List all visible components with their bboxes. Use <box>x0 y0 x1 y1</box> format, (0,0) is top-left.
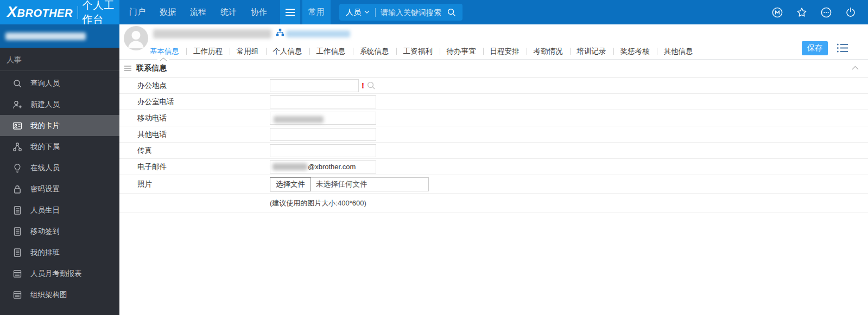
nav-item-data[interactable]: 数据 <box>160 7 176 17</box>
sidebar-item-label: 人员月考勤报表 <box>30 269 82 279</box>
photo-hint-text: (建议使用的图片大小:400*600) <box>270 198 366 208</box>
fax-input[interactable] <box>270 144 376 157</box>
m-badge-icon[interactable] <box>771 7 783 18</box>
search-icon <box>12 78 22 88</box>
form-row-mobile-phone: 移动电话 <box>119 110 868 126</box>
app-root: XBROTHER 个人工作台 门户 数据 流程 统计 协作 常用 人员 <box>0 0 868 315</box>
contact-info-section-header: 联系信息 <box>119 60 868 78</box>
tab-training[interactable]: 培训记录 <box>570 47 613 56</box>
power-logout-icon[interactable] <box>845 7 857 18</box>
tab-attendance[interactable]: 考勤情况 <box>527 47 570 56</box>
sidebar-item-monthly-attendance-report[interactable]: 人员月考勤报表 <box>0 263 119 284</box>
more-options-icon[interactable] <box>820 7 832 18</box>
tab-work-history[interactable]: 工作历程 <box>186 47 230 56</box>
tab-personal-info[interactable]: 个人信息 <box>266 47 309 56</box>
email-domain-text: @xbrother.com <box>308 163 356 171</box>
tab-salary-benefits[interactable]: 工资福利 <box>396 47 440 56</box>
chevron-down-icon <box>364 10 370 14</box>
sidebar-menu: 查询人员 新建人员 我的卡片 我的下属 在线人员 密码设置 <box>0 73 119 305</box>
section-list-icon <box>124 65 131 72</box>
tab-common-groups[interactable]: 常用组 <box>230 47 266 56</box>
redacted-phone-number <box>274 116 324 123</box>
sidebar: 人事 查询人员 新建人员 我的卡片 我的下属 在线人员 <box>0 24 119 315</box>
sidebar-item-label: 查询人员 <box>30 79 60 88</box>
save-button[interactable]: 保存 <box>802 41 828 55</box>
document-icon <box>12 247 22 258</box>
lightbulb-icon <box>12 163 22 173</box>
logo-text: XBROTHER <box>7 4 73 21</box>
sidebar-item-my-card[interactable]: 我的卡片 <box>0 115 119 136</box>
email-field[interactable]: @xbrother.com <box>270 160 376 173</box>
favorites-star-icon[interactable] <box>796 7 808 18</box>
tab-work-info[interactable]: 工作信息 <box>309 47 353 56</box>
search-category-select[interactable]: 人员 <box>346 8 370 17</box>
sidebar-item-label: 人员生日 <box>30 205 60 215</box>
sidebar-item-label: 我的卡片 <box>30 121 60 131</box>
field-label: 传真 <box>119 146 270 156</box>
nav-item-collab[interactable]: 协作 <box>251 7 267 17</box>
other-phone-input[interactable] <box>270 128 376 141</box>
topbar-search: 人员 <box>339 4 462 21</box>
tab-system-info[interactable]: 系统信息 <box>353 47 396 56</box>
sidebar-item-label: 组织架构图 <box>30 290 67 300</box>
sidebar-item-password-settings[interactable]: 密码设置 <box>0 178 119 200</box>
field-label: 办公室电话 <box>119 97 270 107</box>
sidebar-item-org-chart[interactable]: 组织架构图 <box>0 284 119 305</box>
nav-item-process[interactable]: 流程 <box>190 7 206 17</box>
tab-other-info[interactable]: 其他信息 <box>657 47 700 56</box>
photo-file-input[interactable]: 选择文件 未选择任何文件 <box>270 177 429 191</box>
field-label: 照片 <box>119 179 270 189</box>
field-label: 其他电话 <box>119 130 270 139</box>
hamburger-icon <box>285 8 295 17</box>
sidebar-item-search-person[interactable]: 查询人员 <box>0 73 119 94</box>
form-row-other-phone: 其他电话 <box>119 126 868 143</box>
sidebar-item-label: 在线人员 <box>30 163 60 173</box>
field-label: 电子邮件 <box>119 162 270 172</box>
search-divider <box>375 8 376 17</box>
office-phone-input[interactable] <box>270 95 376 108</box>
nav-item-stats[interactable]: 统计 <box>220 7 237 17</box>
document-icon <box>12 226 22 236</box>
tab-basic-info[interactable]: 基本信息 <box>150 47 186 56</box>
tab-todo-items[interactable]: 待办事宜 <box>440 47 483 56</box>
form-row-fax: 传真 <box>119 143 868 159</box>
sidebar-item-my-subordinates[interactable]: 我的下属 <box>0 136 119 157</box>
sidebar-item-my-schedule[interactable]: 我的排班 <box>0 242 119 263</box>
field-label: 办公地点 <box>119 81 270 91</box>
office-location-input[interactable] <box>270 79 359 92</box>
lookup-search-icon[interactable] <box>366 81 376 90</box>
sidebar-item-online-persons[interactable]: 在线人员 <box>0 157 119 178</box>
sidebar-item-label: 密码设置 <box>30 184 60 194</box>
photo-hint-row: (建议使用的图片大小:400*600) <box>119 194 868 213</box>
quick-access-button[interactable]: 常用 <box>302 0 331 24</box>
apps-menu-button[interactable] <box>280 0 300 24</box>
redacted-sidebar-title <box>5 33 86 40</box>
topbar-actions <box>771 0 868 24</box>
section-title: 联系信息 <box>136 63 167 73</box>
tab-calendar[interactable]: 日程安排 <box>483 47 527 56</box>
section-collapse-icon[interactable] <box>851 65 859 70</box>
logo[interactable]: XBROTHER 个人工作台 <box>0 0 119 24</box>
sidebar-item-mobile-checkin[interactable]: 移动签到 <box>0 221 119 242</box>
search-input[interactable] <box>381 8 445 17</box>
choose-file-button[interactable]: 选择文件 <box>270 177 311 191</box>
report-icon <box>12 268 22 279</box>
required-mark: ! <box>362 81 364 90</box>
form-row-office-phone: 办公室电话 <box>119 94 868 110</box>
redacted-department <box>286 30 350 37</box>
sidebar-item-birthdays[interactable]: 人员生日 <box>0 200 119 221</box>
sidebar-item-new-person[interactable]: 新建人员 <box>0 94 119 115</box>
workspace-title: 个人工作台 <box>83 0 119 27</box>
report-icon <box>12 290 22 300</box>
nav-item-portal[interactable]: 门户 <box>129 7 145 17</box>
tab-rewards[interactable]: 奖惩考核 <box>613 47 657 56</box>
logo-divider <box>78 6 78 19</box>
redacted-email-prefix <box>273 163 307 170</box>
org-nodes-icon <box>12 142 22 152</box>
sidebar-item-label: 我的排班 <box>30 248 60 258</box>
search-icon[interactable] <box>447 8 456 17</box>
profile-header: 基本信息 工作历程 常用组 个人信息 工作信息 系统信息 工资福利 待办事宜 日… <box>119 24 868 60</box>
form-row-office-location: 办公地点 ! <box>119 78 868 94</box>
org-chart-icon <box>276 28 284 37</box>
list-view-icon[interactable] <box>837 43 848 53</box>
